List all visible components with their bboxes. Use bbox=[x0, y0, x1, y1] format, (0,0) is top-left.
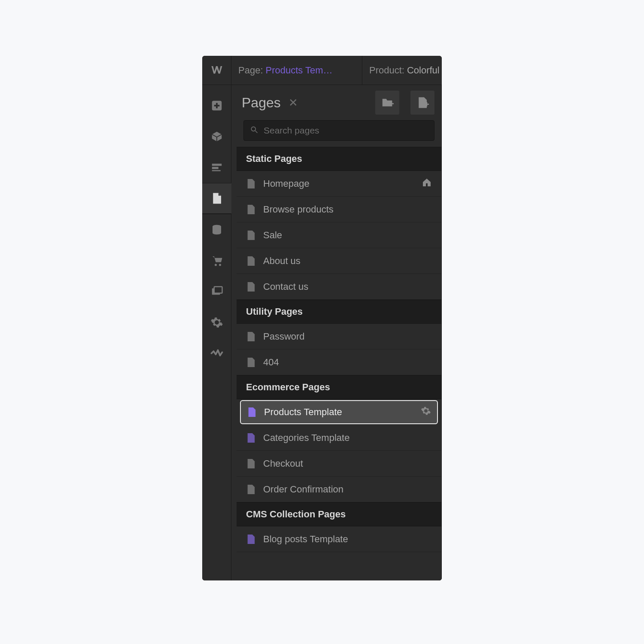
svg-rect-10 bbox=[214, 287, 222, 293]
page-row-label: Categories Template bbox=[263, 432, 349, 444]
brand-logo[interactable] bbox=[202, 56, 231, 85]
section-header: CMS Collection Pages bbox=[237, 502, 441, 526]
page-icon bbox=[246, 484, 255, 495]
page-icon bbox=[246, 178, 255, 189]
rail-assets[interactable] bbox=[202, 276, 231, 307]
page-row-label: 404 bbox=[263, 357, 279, 368]
rail-add-element[interactable] bbox=[202, 90, 231, 121]
svg-point-15 bbox=[251, 127, 255, 131]
page-icon bbox=[246, 204, 255, 215]
page-selector[interactable]: Page: Products Tem… bbox=[231, 56, 362, 85]
page-row[interactable]: 404 bbox=[237, 349, 441, 375]
svg-rect-4 bbox=[212, 167, 218, 169]
page-row-label: Order Confirmation bbox=[263, 484, 343, 495]
svg-point-7 bbox=[215, 264, 217, 266]
page-row-label: Browse products bbox=[263, 204, 334, 215]
page-row-label: Sale bbox=[263, 230, 282, 241]
page-icon bbox=[246, 458, 255, 469]
svg-rect-5 bbox=[212, 170, 220, 171]
svg-line-16 bbox=[255, 131, 258, 133]
page-row[interactable]: Homepage bbox=[237, 171, 441, 197]
page-row[interactable]: Order Confirmation bbox=[237, 477, 441, 502]
home-icon bbox=[422, 177, 432, 190]
svg-rect-12 bbox=[391, 102, 392, 106]
search-pages[interactable] bbox=[243, 120, 434, 141]
page-row[interactable]: Checkout bbox=[237, 451, 441, 477]
page-row[interactable]: Categories Template bbox=[237, 425, 441, 451]
rail-cms[interactable] bbox=[202, 214, 231, 245]
panel-header: Pages ✕ bbox=[237, 85, 441, 120]
rail-pages[interactable] bbox=[202, 183, 231, 214]
section-header: Utility Pages bbox=[237, 300, 441, 324]
page-row[interactable]: Browse products bbox=[237, 197, 441, 222]
svg-point-8 bbox=[219, 264, 221, 266]
svg-rect-2 bbox=[214, 105, 219, 106]
page-icon bbox=[246, 432, 255, 444]
close-icon[interactable]: ✕ bbox=[289, 97, 298, 108]
page-row[interactable]: Password bbox=[237, 324, 441, 349]
top-bar: Page: Products Tem… Product: Colorful W bbox=[202, 56, 442, 85]
panel-title: Pages bbox=[242, 95, 281, 111]
page-selector-value: Products Tem… bbox=[266, 65, 333, 76]
tool-rail bbox=[202, 85, 231, 580]
page-icon bbox=[246, 281, 255, 292]
search-icon bbox=[250, 125, 258, 136]
section-header: Ecommerce Pages bbox=[237, 375, 441, 399]
page-row-label: Contact us bbox=[263, 281, 308, 292]
new-page-button[interactable] bbox=[410, 91, 434, 115]
page-row-label: Checkout bbox=[263, 458, 303, 469]
new-folder-button[interactable] bbox=[375, 91, 399, 115]
page-row-label: Password bbox=[263, 331, 305, 342]
rail-ecommerce[interactable] bbox=[202, 245, 231, 276]
page-row-label: Blog posts Template bbox=[263, 534, 348, 545]
page-icon bbox=[246, 331, 255, 342]
page-icon bbox=[246, 230, 255, 241]
gear-icon[interactable] bbox=[421, 406, 431, 419]
page-icon bbox=[246, 357, 255, 368]
svg-rect-14 bbox=[426, 102, 428, 106]
page-row-label: About us bbox=[263, 255, 301, 267]
pages-panel: Pages ✕ Static PagesHomepageBrow bbox=[231, 85, 442, 580]
product-selector-label: Product: bbox=[369, 65, 404, 76]
product-selector-value: Colorful W bbox=[407, 65, 442, 76]
sections-host: Static PagesHomepageBrowse productsSaleA… bbox=[237, 147, 441, 552]
app-frame: Page: Products Tem… Product: Colorful W bbox=[202, 56, 442, 580]
rail-navigator[interactable] bbox=[202, 152, 231, 183]
svg-rect-3 bbox=[212, 164, 222, 166]
page-icon bbox=[246, 255, 255, 267]
page-row-label: Products Template bbox=[264, 407, 342, 418]
rail-symbols[interactable] bbox=[202, 121, 231, 152]
page-row[interactable]: Contact us bbox=[237, 274, 441, 300]
page-row[interactable]: Products Template bbox=[240, 400, 438, 424]
page-row-label: Homepage bbox=[263, 178, 310, 189]
section-header: Static Pages bbox=[237, 147, 441, 171]
page-row[interactable]: Blog posts Template bbox=[237, 526, 441, 552]
rail-settings[interactable] bbox=[202, 307, 231, 338]
rail-audit[interactable] bbox=[202, 338, 231, 369]
search-input[interactable] bbox=[264, 125, 428, 136]
page-row[interactable]: Sale bbox=[237, 222, 441, 248]
page-icon bbox=[247, 407, 256, 418]
page-selector-label: Page: bbox=[238, 65, 263, 76]
product-selector[interactable]: Product: Colorful W bbox=[362, 56, 442, 85]
page-icon bbox=[246, 534, 255, 545]
page-row[interactable]: About us bbox=[237, 248, 441, 274]
